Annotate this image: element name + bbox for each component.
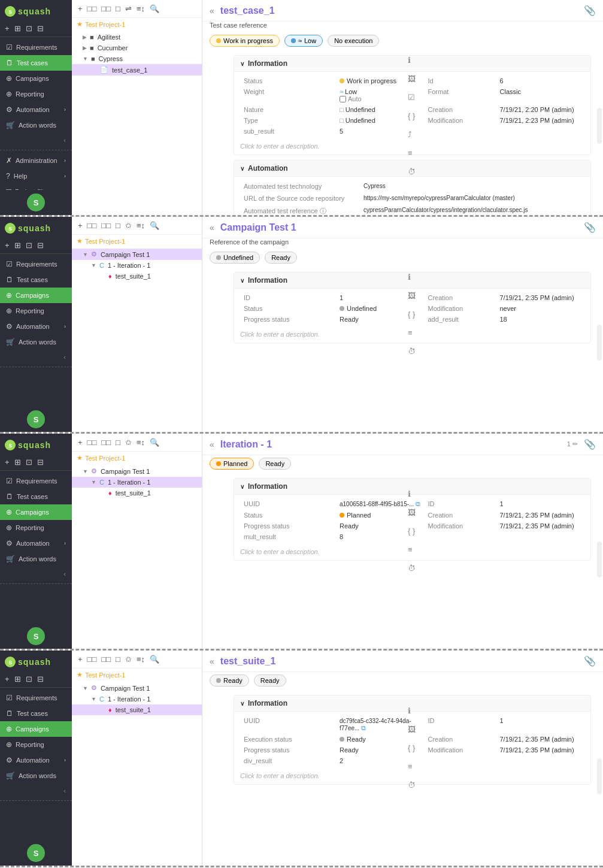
sidebar-collapse-btn[interactable]: ‹ xyxy=(0,784,72,798)
sidebar-item-test-cases[interactable]: 🗒 Test cases xyxy=(0,55,72,71)
tree-item[interactable]: ▼⚙Campaign Test 1 xyxy=(72,249,202,260)
tree-toolbar-icon-5[interactable]: ≡↕ xyxy=(135,4,146,14)
sidebar-avatar[interactable]: S xyxy=(27,627,45,645)
tree-toolbar-icon-2[interactable]: □□ xyxy=(100,220,112,231)
info-tab[interactable]: ℹ xyxy=(406,704,417,717)
status-badge[interactable]: Work in progress xyxy=(210,35,280,47)
sidebar-collapse-btn[interactable]: ‹ xyxy=(0,133,72,147)
tree-item[interactable]: ▼C1 - Iteration - 1 xyxy=(72,260,202,271)
collapse-panel-btn[interactable]: « xyxy=(210,440,214,449)
sidebar-item-requirements[interactable]: ☑ Requirements xyxy=(0,40,72,55)
sidebar-top-icon-1[interactable]: ⊞ xyxy=(13,23,22,34)
checklist-tab[interactable]: { } xyxy=(406,742,417,754)
attach-btn[interactable]: 📎 xyxy=(584,222,596,233)
history-tab[interactable]: ⏱ xyxy=(406,165,417,178)
tree-toolbar-icon-5[interactable]: ≡↕ xyxy=(135,654,146,664)
sidebar-avatar[interactable]: S xyxy=(27,844,45,862)
share-tab[interactable]: ⏱ xyxy=(406,345,417,358)
sidebar-avatar[interactable]: S xyxy=(27,193,45,211)
image-tab[interactable]: 🖼 xyxy=(406,289,417,302)
share-tab[interactable]: ⏱ xyxy=(406,779,417,791)
code-tab[interactable]: ≡ xyxy=(406,326,417,339)
tree-toolbar-icon-5[interactable]: ≡↕ xyxy=(135,220,146,231)
attach-btn[interactable]: 📎 xyxy=(584,655,596,667)
checklist-tab[interactable]: ☑ xyxy=(406,91,417,104)
sidebar-item-requirements[interactable]: ☑ Requirements xyxy=(0,473,72,489)
auto-checkbox[interactable] xyxy=(340,96,346,102)
sidebar-collapse-btn[interactable]: ‹ xyxy=(0,567,72,581)
sidebar-item-test-cases[interactable]: 🗒 Test cases xyxy=(0,272,72,288)
tree-item[interactable]: ♦test_suite_1 xyxy=(72,488,202,498)
status-badge[interactable]: Ready xyxy=(265,252,297,264)
sidebar-top-icon-1[interactable]: ⊞ xyxy=(13,456,22,468)
tree-toolbar-icon-3[interactable]: □ xyxy=(114,437,122,447)
collapse-panel-btn[interactable]: « xyxy=(210,223,214,232)
status-badge[interactable]: Ready xyxy=(254,675,286,686)
share-tab[interactable]: ⤴ xyxy=(406,128,417,141)
tree-toolbar-icon-6[interactable]: 🔍 xyxy=(149,437,160,447)
tree-toolbar-icon-1[interactable]: □□ xyxy=(86,654,98,664)
tree-item[interactable]: ▼⚙Campaign Test 1 xyxy=(72,465,202,477)
tree-toolbar-icon-3[interactable]: □ xyxy=(114,654,122,664)
tree-item[interactable]: 📄test_case_1 xyxy=(72,64,202,75)
tree-toolbar-icon-1[interactable]: □□ xyxy=(86,4,98,14)
status-badge[interactable]: No execution xyxy=(328,35,379,47)
sidebar-item-campaigns[interactable]: ⊕ Campaigns xyxy=(0,71,72,86)
sidebar-top-icon-2[interactable]: ⊡ xyxy=(25,240,34,251)
sidebar-item-reporting[interactable]: ⊕ Reporting xyxy=(0,520,72,536)
checklist-tab[interactable]: { } xyxy=(406,308,417,320)
tree-toolbar-icon-4[interactable]: ⇌ xyxy=(124,4,133,14)
status-badge[interactable]: Undefined xyxy=(210,252,260,264)
scroll-indicator[interactable] xyxy=(597,758,602,794)
status-badge[interactable]: ≈ Low xyxy=(284,35,323,47)
tree-item[interactable]: ▼C1 - Iteration - 1 xyxy=(72,694,202,704)
scroll-indicator[interactable] xyxy=(597,108,602,144)
tree-toolbar-icon-0[interactable]: + xyxy=(77,220,84,231)
tree-toolbar-icon-4[interactable]: ✩ xyxy=(124,654,133,664)
info-tab[interactable]: ℹ xyxy=(406,271,417,283)
sidebar-top-icon-3[interactable]: ⊟ xyxy=(36,673,45,685)
code-tab[interactable]: { } xyxy=(406,110,417,122)
tree-toolbar-icon-0[interactable]: + xyxy=(77,437,84,447)
sidebar-top-icon-0[interactable]: + xyxy=(4,240,11,251)
sidebar-item-action-words[interactable]: 🛒 Action words xyxy=(0,551,72,567)
collapse-panel-btn[interactable]: « xyxy=(210,6,214,16)
attach-btn[interactable]: 📎 xyxy=(584,5,596,16)
sidebar-item-campaigns[interactable]: ⊕ Campaigns xyxy=(0,288,72,303)
sidebar-item-campaigns[interactable]: ⊕ Campaigns xyxy=(0,504,72,520)
tree-item[interactable]: ▶■Agilitest xyxy=(72,32,202,43)
tree-toolbar-icon-2[interactable]: □□ xyxy=(100,654,112,664)
tree-toolbar-icon-6[interactable]: 🔍 xyxy=(149,654,160,664)
code-tab[interactable]: ≡ xyxy=(406,760,417,773)
tree-toolbar-icon-0[interactable]: + xyxy=(77,4,84,14)
sidebar-top-icon-0[interactable]: + xyxy=(4,456,11,468)
sidebar-top-icon-0[interactable]: + xyxy=(4,673,11,685)
tree-item[interactable]: ♦test_suite_1 xyxy=(72,704,202,715)
tree-toolbar-icon-6[interactable]: 🔍 xyxy=(149,220,160,231)
tree-toolbar-icon-2[interactable]: □□ xyxy=(100,437,112,447)
tree-toolbar-icon-1[interactable]: □□ xyxy=(86,220,98,231)
sidebar-item-project-filter[interactable]: ▽ Project filter › xyxy=(0,184,72,190)
tree-toolbar-icon-3[interactable]: □ xyxy=(114,220,122,231)
info-tab[interactable]: ℹ xyxy=(406,54,417,66)
tree-toolbar-icon-4[interactable]: ✩ xyxy=(124,437,133,447)
collapse-panel-btn[interactable]: « xyxy=(210,657,214,666)
tree-toolbar-icon-5[interactable]: ≡↕ xyxy=(135,437,146,447)
sidebar-item-administration[interactable]: ✗ Administration › xyxy=(0,153,72,168)
sidebar-item-reporting[interactable]: ⊕ Reporting xyxy=(0,86,72,102)
tree-toolbar-icon-4[interactable]: ✩ xyxy=(124,220,133,231)
image-tab[interactable]: 🖼 xyxy=(406,506,417,519)
sidebar-top-icon-3[interactable]: ⊟ xyxy=(36,23,45,34)
sidebar-item-reporting[interactable]: ⊕ Reporting xyxy=(0,737,72,752)
tree-toolbar-icon-3[interactable]: □ xyxy=(114,4,122,14)
sidebar-top-icon-0[interactable]: + xyxy=(4,23,11,34)
sidebar-item-test-cases[interactable]: 🗒 Test cases xyxy=(0,489,72,504)
tree-item[interactable]: ▼C1 - Iteration - 1 xyxy=(72,477,202,488)
sidebar-item-action-words[interactable]: 🛒 Action words xyxy=(0,334,72,350)
status-badge[interactable]: Ready xyxy=(210,675,249,686)
sidebar-top-icon-2[interactable]: ⊡ xyxy=(25,456,34,468)
scroll-indicator[interactable] xyxy=(597,542,602,577)
tree-toolbar-icon-2[interactable]: □□ xyxy=(100,4,112,14)
status-badge[interactable]: Ready xyxy=(259,458,291,470)
tree-item[interactable]: ▼■Cypress xyxy=(72,53,202,64)
